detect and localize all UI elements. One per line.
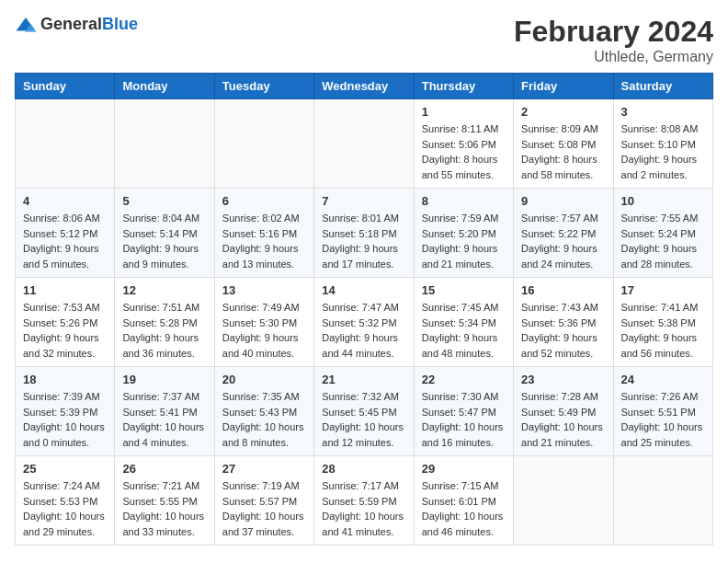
daylight-text: Daylight: 10 hours and 37 minutes. bbox=[222, 511, 304, 537]
day-number: 3 bbox=[621, 105, 705, 119]
daylight-text: Daylight: 9 hours and 36 minutes. bbox=[122, 332, 199, 359]
main-title: February 2024 bbox=[514, 15, 713, 49]
sunset-text: Sunset: 5:06 PM bbox=[422, 139, 496, 150]
logo: GeneralBlue bbox=[15, 15, 138, 34]
day-number: 25 bbox=[23, 462, 107, 476]
day-info: Sunrise: 7:51 AMSunset: 5:28 PMDaylight:… bbox=[122, 300, 206, 361]
sunrise-text: Sunrise: 7:35 AM bbox=[222, 391, 300, 402]
day-number: 18 bbox=[23, 373, 107, 386]
calendar-cell: 24Sunrise: 7:26 AMSunset: 5:51 PMDayligh… bbox=[613, 367, 712, 456]
calendar-cell: 21Sunrise: 7:32 AMSunset: 5:45 PMDayligh… bbox=[314, 367, 414, 456]
weekday-header: Wednesday bbox=[314, 74, 414, 99]
sunrise-text: Sunrise: 7:24 AM bbox=[23, 480, 100, 491]
calendar-week-row: 25Sunrise: 7:24 AMSunset: 5:53 PMDayligh… bbox=[16, 456, 713, 546]
calendar-cell bbox=[514, 456, 613, 546]
sunrise-text: Sunrise: 7:21 AM bbox=[122, 480, 199, 491]
calendar-week-row: 4Sunrise: 8:06 AMSunset: 5:12 PMDaylight… bbox=[16, 189, 713, 278]
weekday-header: Sunday bbox=[16, 74, 115, 99]
daylight-text: Daylight: 10 hours and 0 minutes. bbox=[23, 421, 105, 448]
weekday-header: Friday bbox=[514, 74, 613, 99]
calendar-cell: 12Sunrise: 7:51 AMSunset: 5:28 PMDayligh… bbox=[115, 278, 214, 367]
daylight-text: Daylight: 9 hours and 9 minutes. bbox=[122, 243, 199, 270]
day-number: 24 bbox=[621, 373, 705, 386]
weekday-header-row: SundayMondayTuesdayWednesdayThursdayFrid… bbox=[16, 74, 713, 99]
sunset-text: Sunset: 5:55 PM bbox=[122, 496, 197, 507]
calendar-cell: 17Sunrise: 7:41 AMSunset: 5:38 PMDayligh… bbox=[613, 278, 712, 367]
day-number: 2 bbox=[521, 105, 605, 119]
calendar-cell: 1Sunrise: 8:11 AMSunset: 5:06 PMDaylight… bbox=[414, 99, 513, 189]
logo-icon bbox=[15, 16, 37, 34]
sunrise-text: Sunrise: 7:49 AM bbox=[222, 302, 300, 313]
day-number: 29 bbox=[422, 462, 506, 476]
sunset-text: Sunset: 5:34 PM bbox=[422, 317, 496, 328]
calendar-cell bbox=[115, 99, 214, 189]
daylight-text: Daylight: 10 hours and 12 minutes. bbox=[322, 421, 404, 448]
calendar-cell bbox=[214, 99, 313, 189]
sunrise-text: Sunrise: 8:01 AM bbox=[322, 213, 399, 224]
daylight-text: Daylight: 10 hours and 33 minutes. bbox=[122, 511, 204, 537]
day-info: Sunrise: 7:55 AMSunset: 5:24 PMDaylight:… bbox=[621, 211, 705, 271]
sunrise-text: Sunrise: 7:41 AM bbox=[621, 302, 699, 313]
calendar-cell bbox=[613, 456, 712, 546]
day-info: Sunrise: 7:30 AMSunset: 5:47 PMDaylight:… bbox=[422, 389, 506, 450]
daylight-text: Daylight: 8 hours and 55 minutes. bbox=[422, 154, 498, 180]
daylight-text: Daylight: 9 hours and 21 minutes. bbox=[422, 243, 498, 270]
day-number: 19 bbox=[122, 373, 206, 386]
sunrise-text: Sunrise: 7:17 AM bbox=[322, 480, 399, 491]
calendar-cell: 11Sunrise: 7:53 AMSunset: 5:26 PMDayligh… bbox=[16, 278, 115, 367]
day-info: Sunrise: 7:15 AMSunset: 6:01 PMDaylight:… bbox=[422, 478, 506, 539]
day-info: Sunrise: 8:11 AMSunset: 5:06 PMDaylight:… bbox=[422, 121, 506, 182]
logo-blue: Blue bbox=[102, 15, 138, 33]
sunset-text: Sunset: 5:47 PM bbox=[422, 407, 496, 418]
calendar: SundayMondayTuesdayWednesdayThursdayFrid… bbox=[15, 73, 713, 546]
calendar-cell: 5Sunrise: 8:04 AMSunset: 5:14 PMDaylight… bbox=[115, 189, 214, 278]
day-number: 13 bbox=[222, 283, 306, 297]
calendar-cell: 19Sunrise: 7:37 AMSunset: 5:41 PMDayligh… bbox=[115, 367, 214, 456]
header: GeneralBlue February 2024 Uthlede, Germa… bbox=[15, 15, 713, 65]
daylight-text: Daylight: 9 hours and 40 minutes. bbox=[222, 332, 299, 359]
sunset-text: Sunset: 5:20 PM bbox=[422, 228, 496, 239]
sunset-text: Sunset: 5:45 PM bbox=[322, 407, 396, 418]
calendar-cell: 27Sunrise: 7:19 AMSunset: 5:57 PMDayligh… bbox=[214, 456, 313, 546]
sunrise-text: Sunrise: 8:08 AM bbox=[621, 123, 699, 134]
sunset-text: Sunset: 5:53 PM bbox=[23, 496, 97, 507]
calendar-cell: 14Sunrise: 7:47 AMSunset: 5:32 PMDayligh… bbox=[314, 278, 414, 367]
weekday-header: Monday bbox=[115, 74, 214, 99]
sunset-text: Sunset: 5:41 PM bbox=[122, 407, 197, 418]
day-number: 21 bbox=[322, 373, 405, 386]
day-info: Sunrise: 7:43 AMSunset: 5:36 PMDaylight:… bbox=[521, 300, 605, 361]
calendar-cell: 15Sunrise: 7:45 AMSunset: 5:34 PMDayligh… bbox=[414, 278, 513, 367]
day-info: Sunrise: 7:41 AMSunset: 5:38 PMDaylight:… bbox=[621, 300, 705, 361]
daylight-text: Daylight: 10 hours and 41 minutes. bbox=[322, 511, 404, 537]
daylight-text: Daylight: 10 hours and 46 minutes. bbox=[422, 511, 504, 537]
sunset-text: Sunset: 5:28 PM bbox=[122, 317, 197, 328]
sunrise-text: Sunrise: 7:51 AM bbox=[122, 302, 199, 313]
day-number: 26 bbox=[122, 462, 206, 476]
day-info: Sunrise: 8:01 AMSunset: 5:18 PMDaylight:… bbox=[322, 211, 405, 271]
calendar-cell: 10Sunrise: 7:55 AMSunset: 5:24 PMDayligh… bbox=[613, 189, 712, 278]
calendar-cell: 26Sunrise: 7:21 AMSunset: 5:55 PMDayligh… bbox=[115, 456, 214, 546]
sunset-text: Sunset: 5:14 PM bbox=[122, 228, 197, 239]
day-info: Sunrise: 7:39 AMSunset: 5:39 PMDaylight:… bbox=[23, 389, 107, 450]
day-info: Sunrise: 7:32 AMSunset: 5:45 PMDaylight:… bbox=[322, 389, 405, 450]
day-info: Sunrise: 7:19 AMSunset: 5:57 PMDaylight:… bbox=[222, 478, 306, 539]
day-number: 6 bbox=[222, 194, 306, 208]
day-number: 28 bbox=[322, 462, 405, 476]
sunrise-text: Sunrise: 8:06 AM bbox=[23, 213, 100, 224]
sunset-text: Sunset: 5:12 PM bbox=[23, 228, 97, 239]
day-info: Sunrise: 7:57 AMSunset: 5:22 PMDaylight:… bbox=[521, 211, 605, 271]
weekday-header: Saturday bbox=[613, 74, 712, 99]
sunset-text: Sunset: 5:57 PM bbox=[222, 496, 297, 507]
daylight-text: Daylight: 8 hours and 58 minutes. bbox=[521, 154, 597, 180]
day-number: 16 bbox=[521, 283, 605, 297]
day-number: 4 bbox=[23, 194, 107, 208]
daylight-text: Daylight: 9 hours and 32 minutes. bbox=[23, 332, 99, 359]
daylight-text: Daylight: 9 hours and 24 minutes. bbox=[521, 243, 597, 270]
daylight-text: Daylight: 10 hours and 8 minutes. bbox=[222, 421, 304, 448]
day-number: 10 bbox=[621, 194, 705, 208]
calendar-week-row: 18Sunrise: 7:39 AMSunset: 5:39 PMDayligh… bbox=[16, 367, 713, 456]
day-number: 7 bbox=[322, 194, 405, 208]
day-info: Sunrise: 7:47 AMSunset: 5:32 PMDaylight:… bbox=[322, 300, 405, 361]
sunrise-text: Sunrise: 7:47 AM bbox=[322, 302, 399, 313]
sunrise-text: Sunrise: 7:15 AM bbox=[422, 480, 499, 491]
